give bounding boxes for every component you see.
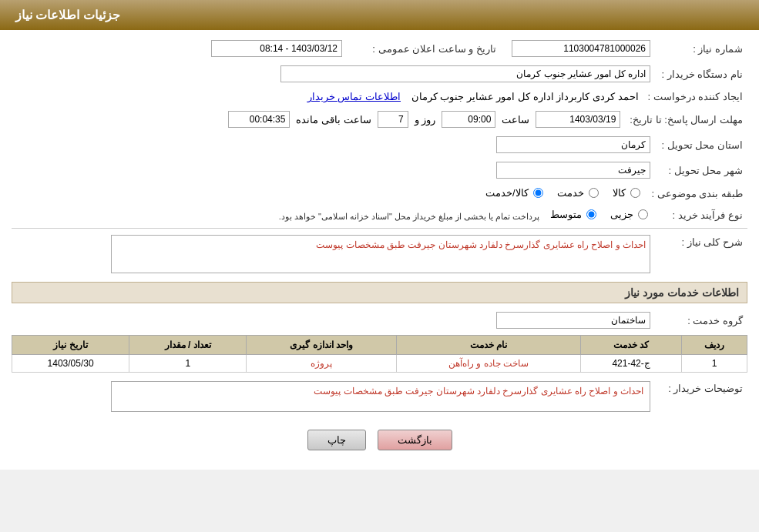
process-jozee-option[interactable]: جزیی xyxy=(610,209,650,220)
col-row: ردیف xyxy=(682,336,747,355)
city-input[interactable] xyxy=(496,162,650,179)
announcement-label: تاریخ و ساعت اعلان عمومی : xyxy=(347,38,501,59)
contact-link[interactable]: اطلاعات تماس خریدار xyxy=(307,91,401,102)
need-description-box: احداث و اصلاح راه عشایری گذارسرخ دلفارد … xyxy=(111,235,650,273)
cell-quantity: 1 xyxy=(129,355,247,373)
response-time-input[interactable] xyxy=(442,111,495,128)
category-radio-group: کالا خدمت کالا/خدمت xyxy=(485,187,643,199)
cell-service-code: ج-42-421 xyxy=(581,355,682,373)
need-desc-label: شرح کلی نیاز : xyxy=(655,233,747,276)
back-button[interactable]: بازگشت xyxy=(378,430,452,450)
service-info-title: اطلاعات خدمات مورد نیاز xyxy=(12,282,747,303)
cell-date: 1403/05/30 xyxy=(12,355,129,373)
category-kala-option[interactable]: کالا xyxy=(613,187,643,199)
requester-value: احمد کردی کاربرداز اداره کل امور عشایر ج… xyxy=(411,91,639,102)
province-label: استان محل تحویل : xyxy=(655,134,747,156)
service-group-input[interactable] xyxy=(496,312,650,329)
need-number-input[interactable] xyxy=(512,40,650,57)
cell-row: 1 xyxy=(682,355,747,373)
province-input[interactable] xyxy=(496,136,650,153)
response-date-input[interactable] xyxy=(536,111,620,128)
table-row: 1 ج-42-421 ساخت جاده و راه‌آهن پروژه 1 1… xyxy=(12,355,747,373)
col-service-name: نام خدمت xyxy=(397,336,581,355)
page-header: جزئیات اطلاعات نیاز xyxy=(0,0,759,30)
col-date: تاریخ نیاز xyxy=(12,336,129,355)
days-input[interactable] xyxy=(378,111,408,128)
print-button[interactable]: چاپ xyxy=(307,430,366,450)
button-bar: بازگشت چاپ xyxy=(12,418,747,462)
header-title: جزئیات اطلاعات نیاز xyxy=(15,8,120,22)
category-khedmat-option[interactable]: خدمت xyxy=(557,187,601,199)
city-label: شهر محل تحویل : xyxy=(655,159,747,181)
services-table: ردیف کد خدمت نام خدمت واحد اندازه گیری ت… xyxy=(12,335,747,373)
days-label: روز و xyxy=(415,114,436,125)
cell-unit: پروژه xyxy=(247,355,397,373)
announcement-input[interactable] xyxy=(211,40,342,57)
buyer-desc-label: توضیحات خریدار : xyxy=(655,379,747,414)
remaining-label: ساعت باقی مانده xyxy=(296,114,371,125)
buyer-name-label: نام دستگاه خریدار : xyxy=(655,63,747,85)
requester-label: ایجاد کننده درخواست : xyxy=(643,89,747,105)
buyer-description-box: احداث و اصلاح راه عشایری گذارسرخ دلفارد … xyxy=(111,381,650,412)
service-group-label: گروه خدمت : xyxy=(655,309,747,331)
buyer-name-input[interactable] xyxy=(280,65,650,82)
deadline-label: مهلت ارسال پاسخ: تا تاریخ: xyxy=(625,109,747,130)
category-kala-khedmat-option[interactable]: کالا/خدمت xyxy=(485,187,546,199)
process-label: نوع فرآیند خرید : xyxy=(655,206,747,224)
col-unit: واحد اندازه گیری xyxy=(247,336,397,355)
col-quantity: تعداد / مقدار xyxy=(129,336,247,355)
time-label: ساعت xyxy=(502,114,529,125)
remaining-time-input[interactable] xyxy=(228,111,290,128)
cell-service-name: ساخت جاده و راه‌آهن xyxy=(397,355,581,373)
category-label: طبقه بندی موضوعی : xyxy=(647,185,747,202)
process-motevaset-option[interactable]: متوسط xyxy=(550,209,599,220)
col-service-code: کد خدمت xyxy=(581,336,682,355)
process-radio-group: جزیی متوسط xyxy=(550,209,650,220)
process-description: پرداخت تمام یا بخشی از مبلغ خریداز محل "… xyxy=(279,212,540,221)
need-number-label: شماره نیاز : xyxy=(655,38,747,59)
